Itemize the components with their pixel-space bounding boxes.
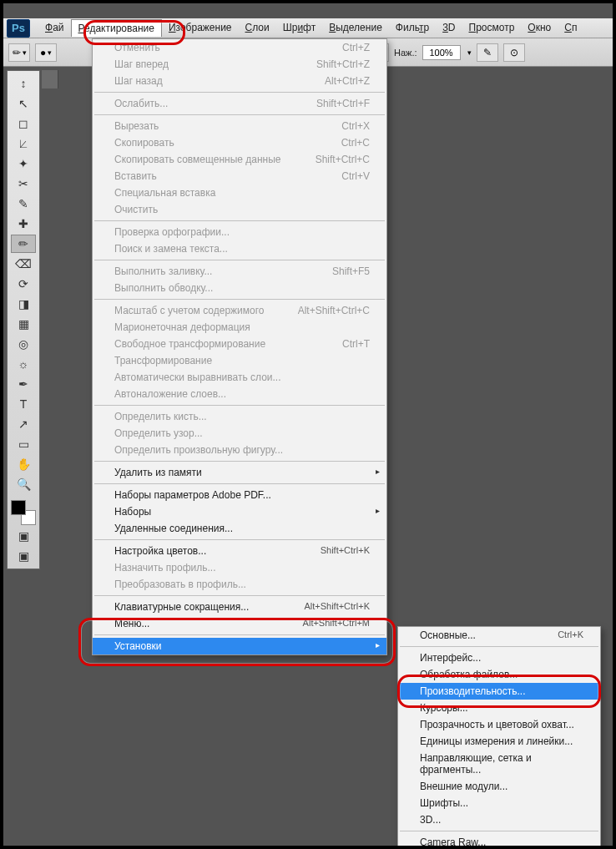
menu-entry-label: Единицы измерения и линейки... [420,735,573,747]
menu-entry[interactable]: Удалить из памяти [93,464,386,481]
menu-separator [400,831,598,831]
move-tool[interactable]: ↖ [11,94,36,113]
menu-entry: Трансформирование [93,352,386,369]
menu-entry: ОтменитьCtrl+Z [93,39,386,56]
edit-quickmask-icon[interactable]: ▣ [11,527,36,545]
brush-preset-picker[interactable]: ●▾ [35,43,57,62]
gradient-tool[interactable]: ▦ [11,315,36,333]
menu-entry[interactable]: Обработка файлов... [398,666,600,683]
menu-entry-label: Меню... [114,618,149,629]
menu-entry[interactable]: Наборы параметров Adobe PDF... [93,487,386,503]
menu-entry: Автоматически выравнивать слои... [93,369,386,386]
menu-entry-label: Определить узор... [114,427,203,439]
menu-entry[interactable]: Клавиатурные сокращения...Alt+Shift+Ctrl… [93,599,386,615]
menu-entry: Определить узор... [93,425,386,442]
menu-entry-shortcut: Shift+Ctrl+Z [316,58,370,70]
menu-entry-label: Удалить из памяти [114,467,202,478]
marquee-tool[interactable]: ◻ [11,114,36,133]
menu-entry[interactable]: Шрифты... [398,795,600,811]
menu-entry-label: Марионеточная деформация [114,321,250,333]
menu-entry[interactable]: Наборы [93,503,386,520]
menu-entry: Автоналожение слоев... [93,386,386,402]
zoom-tool[interactable]: 🔍 [11,475,36,493]
dodge-tool[interactable]: ☼ [11,355,36,373]
path-select[interactable]: ↗ [11,415,36,433]
menu-item[interactable]: Окно [521,19,558,37]
menu-entry[interactable]: 3D... [398,811,600,828]
crop-tool[interactable]: ✂ [11,174,36,193]
doc-tabstrip [42,70,58,88]
menu-entry[interactable]: Прозрачность и цветовой охват... [398,716,600,733]
type-tool[interactable]: T [11,395,36,413]
menu-entry-label: Назначить профиль... [114,562,215,574]
healing-tool[interactable]: ✚ [11,215,36,233]
screenmode-icon[interactable]: ▣ [11,547,36,565]
menu-entry: Шаг впередShift+Ctrl+Z [93,56,386,73]
menu-entry-label: Определить кисть... [114,411,207,422]
menu-item[interactable]: Сп [558,19,583,37]
menu-entry: Скопировать совмещенные данныеShift+Ctrl… [93,151,386,168]
menu-entry: Очистить [93,201,386,218]
menu-entry-label: Вырезать [114,120,159,132]
menu-entry[interactable]: Установки [93,638,386,654]
tool-preset-picker[interactable]: ✏▾ [8,43,30,62]
brush-target-icon[interactable]: ⊙ [503,43,525,62]
menu-entry: Специальная вставка [93,184,386,201]
menu-entry: Марионеточная деформация [93,319,386,336]
menu-entry[interactable]: Меню...Alt+Shift+Ctrl+M [93,615,386,632]
blur-tool[interactable]: ◎ [11,335,36,353]
menu-item[interactable]: Редактирование [71,19,162,37]
color-swatch[interactable] [11,500,36,525]
menu-entry-label: Выполнить заливку... [114,265,212,277]
menu-entry-label: Обработка файлов... [420,669,518,680]
menu-entry: Назначить профиль... [93,559,386,576]
menu-item[interactable]: Фай [38,19,71,37]
menu-entry[interactable]: Внешние модули... [398,778,600,795]
menu-separator [94,539,385,540]
pressure-input[interactable] [422,45,461,60]
tools-panel: ↕↖◻⟀✦✂✎✚✏⌫⟳◨▦◎☼✒T↗▭✋🔍▣▣ [7,70,40,569]
expand[interactable]: ↕ [11,74,36,93]
menu-item[interactable]: Выделение [322,19,389,37]
menu-entry[interactable]: Единицы измерения и линейки... [398,733,600,750]
menu-entry: ВырезатьCtrl+X [93,118,386,134]
eraser-tool[interactable]: ◨ [11,295,36,313]
menu-item[interactable]: Шрифт [276,19,322,37]
menu-item[interactable]: Изображение [162,19,239,37]
menu-separator [94,483,385,484]
stamp-tool[interactable]: ⌫ [11,255,36,273]
menu-entry[interactable]: Удаленные соединения... [93,520,386,537]
pressure-tablet-icon[interactable]: ✎ [477,43,498,62]
menu-entry[interactable]: Camera Raw... [398,834,600,849]
menu-entry-label: Курсоры... [420,702,468,714]
lasso-tool[interactable]: ⟀ [11,134,36,153]
menu-entry[interactable]: Основные...Ctrl+K [398,627,600,644]
menu-entry-label: Автоналожение слоев... [114,388,226,400]
menu-entry-shortcut: Shift+Ctrl+F [316,98,370,109]
pen-tool[interactable]: ✒ [11,375,36,393]
history-brush[interactable]: ⟳ [11,275,36,293]
menu-entry[interactable]: Интерфейс... [398,649,600,666]
menu-entry-label: Вставить [114,170,157,182]
menu-entry-label: Преобразовать в профиль... [114,579,246,590]
menu-separator [94,595,385,596]
menu-entry-label: Определить произвольную фигуру... [114,444,283,456]
hand-tool[interactable]: ✋ [11,455,36,473]
menu-item[interactable]: Слои [239,19,276,37]
menu-entry[interactable]: Курсоры... [398,700,600,716]
shape-tool[interactable]: ▭ [11,435,36,453]
menu-entry[interactable]: Производительность... [398,683,600,700]
wand-tool[interactable]: ✦ [11,154,36,173]
menu-entry[interactable]: Направляющие, сетка и фрагменты... [398,750,600,778]
brush-tool[interactable]: ✏ [11,235,36,253]
menu-entry-label: Очистить [114,204,158,215]
menu-entry[interactable]: Настройка цветов...Shift+Ctrl+K [93,543,386,559]
menu-entry-shortcut: Ctrl+V [341,170,370,182]
eyedropper-tool[interactable]: ✎ [11,195,36,213]
menu-entry-shortcut: Alt+Shift+Ctrl+M [303,618,370,629]
menu-item[interactable]: 3D [436,19,462,37]
menu-item[interactable]: Просмотр [462,19,522,37]
menu-item[interactable]: Фильтр [389,19,436,37]
menu-entry-label: Установки [114,640,161,652]
menu-entry-label: Наборы параметров Adobe PDF... [114,489,271,501]
